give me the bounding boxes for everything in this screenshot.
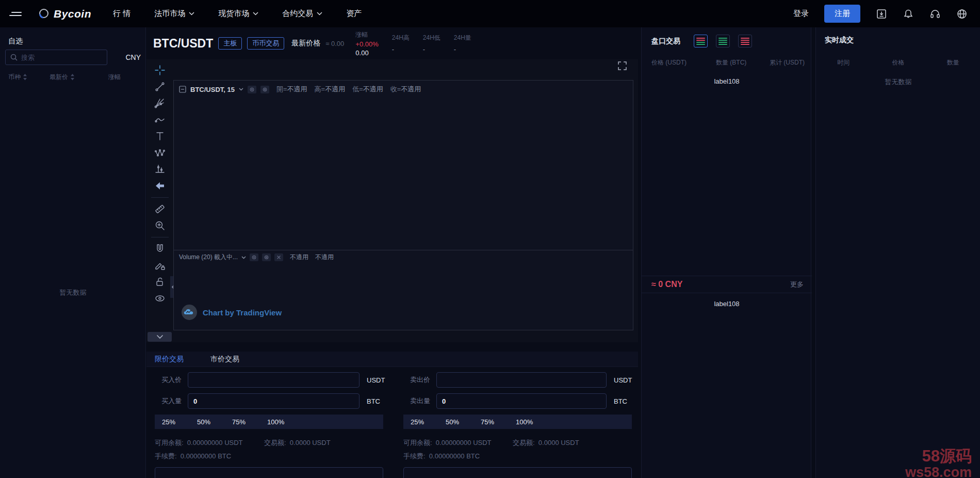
tab-limit-order[interactable]: 限价交易 xyxy=(155,355,184,364)
nav-item-contract[interactable]: 合约交易 xyxy=(282,9,322,19)
text-icon[interactable] xyxy=(151,129,169,144)
lock-icon[interactable] xyxy=(151,274,169,290)
zoom-in-icon[interactable] xyxy=(151,218,169,233)
register-button[interactable]: 注册 xyxy=(824,5,860,23)
fullscreen-icon[interactable] xyxy=(618,61,627,72)
sell-percent-75[interactable]: 75% xyxy=(473,418,509,426)
volume-value: 不適用 xyxy=(315,253,334,262)
settings-icon[interactable] xyxy=(260,86,269,93)
login-link[interactable]: 登录 xyxy=(793,9,809,19)
orderbook-view-switch xyxy=(694,35,752,47)
sell-fee: 0.00000000 BTC xyxy=(429,452,480,460)
last-price-value: ≈ 0.00 xyxy=(325,40,344,47)
buy-amount-label: 买入量 xyxy=(155,396,182,406)
draw-lock-icon[interactable] xyxy=(151,258,169,273)
nav-item-spot[interactable]: 现货市场 xyxy=(218,9,258,19)
trendline-icon[interactable] xyxy=(151,79,169,94)
orderbook-panel: 盘口交易 价格 (USDT) 数量 (BTC) 累计 (USDT) label1… xyxy=(641,27,811,478)
pane-divider[interactable] xyxy=(174,250,633,250)
volume-label[interactable]: Volume (20) 載入中... xyxy=(179,253,238,262)
watchlist-title: 自选 xyxy=(8,37,23,46)
currency-selector[interactable]: CNY xyxy=(125,53,141,61)
eye-icon[interactable] xyxy=(248,86,256,93)
asks-placeholder: label108 xyxy=(642,77,812,85)
change-percent: +0.00% xyxy=(355,40,378,48)
top-navbar: Bycoin 行 情 法币市场 现货市场 合约交易 资产 登录 注册 xyxy=(0,0,980,27)
nav-item-market[interactable]: 行 情 xyxy=(113,9,130,19)
buy-available: 0.00000000 USDT xyxy=(187,439,243,447)
tradingview-attribution[interactable]: Chart by TradingView xyxy=(181,304,282,321)
more-link[interactable]: 更多 xyxy=(790,280,804,289)
buy-submit-area[interactable] xyxy=(155,467,383,478)
chevron-down-icon[interactable] xyxy=(239,88,243,91)
view-asks-icon[interactable] xyxy=(738,35,752,47)
forecast-icon[interactable] xyxy=(151,162,169,177)
buy-percent-25[interactable]: 25% xyxy=(155,418,190,426)
stat-24h-volume: 24H量- xyxy=(454,34,471,53)
market-type-badge: 币币交易 xyxy=(247,37,284,50)
sell-form: 卖出价 USDT 卖出量 BTC 25% 50% 75% 100% 可用余额: … xyxy=(403,372,636,478)
buy-percent-100[interactable]: 100% xyxy=(260,418,295,426)
brush-icon[interactable] xyxy=(151,112,169,128)
main-menu: 行 情 法币市场 现货市场 合约交易 资产 xyxy=(113,9,385,19)
sell-percent-50[interactable]: 50% xyxy=(438,418,473,426)
logo[interactable]: Bycoin xyxy=(37,7,91,21)
chevron-down-icon xyxy=(156,334,164,339)
buy-price-label: 买入价 xyxy=(155,375,182,385)
ruler-icon[interactable] xyxy=(151,201,169,217)
sell-percent-100[interactable]: 100% xyxy=(509,418,544,426)
download-icon[interactable] xyxy=(876,8,887,20)
nav-item-assets[interactable]: 资产 xyxy=(346,9,362,19)
settings-icon[interactable] xyxy=(262,253,271,261)
ohlc-close: 收=不適用 xyxy=(390,85,421,94)
buy-percent-50[interactable]: 50% xyxy=(190,418,225,426)
toolbar-collapse-button[interactable] xyxy=(148,332,172,342)
sell-amount-input[interactable] xyxy=(436,393,607,409)
globe-icon[interactable] xyxy=(956,8,968,20)
collapse-pane-icon[interactable] xyxy=(179,86,186,93)
sell-price-input[interactable] xyxy=(436,372,607,388)
pattern-icon[interactable] xyxy=(151,145,169,161)
chart-legend: BTC/USDT, 15 開=不適用 高=不適用 低=不適用 收=不適用 xyxy=(179,85,421,94)
sell-submit-area[interactable] xyxy=(403,467,632,478)
bids-placeholder: label108 xyxy=(642,300,812,308)
view-both-icon[interactable] xyxy=(694,35,708,47)
toolbar-divider xyxy=(151,237,169,237)
gann-lines-icon[interactable] xyxy=(151,95,169,111)
buy-price-unit: USDT xyxy=(367,376,389,384)
view-bids-icon[interactable] xyxy=(716,35,730,47)
last-price-label: 最新价格 xyxy=(291,39,320,48)
nav-item-fiat[interactable]: 法币市场 xyxy=(154,9,194,19)
magnet-icon[interactable] xyxy=(151,241,169,257)
menu-icon[interactable] xyxy=(7,8,24,20)
logo-text: Bycoin xyxy=(54,8,91,20)
change-stat: 涨幅 +0.00% 0.00 xyxy=(355,29,378,57)
orderbook-price-row: ≈ 0 CNY 更多 xyxy=(642,276,812,293)
buy-percent-75[interactable]: 75% xyxy=(225,418,260,426)
chevron-down-icon[interactable] xyxy=(241,256,246,259)
eye-icon[interactable] xyxy=(250,253,258,261)
change-value: 0.00 xyxy=(355,49,378,57)
buy-price-input[interactable] xyxy=(188,372,360,388)
bell-icon[interactable] xyxy=(903,8,914,20)
eye-icon[interactable] xyxy=(151,291,169,306)
buy-total: 0.0000 USDT xyxy=(290,439,331,447)
sell-price-label: 卖出价 xyxy=(403,375,430,385)
arrow-left-icon[interactable] xyxy=(151,178,169,194)
watchlist-sidebar: 自选 CNY 币种 最新价 涨幅 暂无数据 xyxy=(0,27,146,478)
logo-icon xyxy=(37,7,51,21)
tab-market-order[interactable]: 市价交易 xyxy=(210,355,239,364)
crosshair-icon[interactable] xyxy=(151,62,169,78)
column-last-price[interactable]: 最新价 xyxy=(50,73,75,82)
close-icon[interactable] xyxy=(274,253,283,261)
main-panel: BTC/USDT 主板 币币交易 最新价格 ≈ 0.00 涨幅 +0.00% 0… xyxy=(146,27,638,478)
column-coin[interactable]: 币种 xyxy=(8,73,27,82)
sell-total: 0.0000 USDT xyxy=(538,439,579,447)
search-input[interactable] xyxy=(5,50,107,65)
sell-percent-25[interactable]: 25% xyxy=(403,418,438,426)
chart-canvas[interactable]: BTC/USDT, 15 開=不適用 高=不適用 低=不適用 收=不適用 Vol… xyxy=(173,80,633,330)
headset-icon[interactable] xyxy=(929,8,941,20)
chart-symbol[interactable]: BTC/USDT, 15 xyxy=(190,86,235,93)
buy-amount-input[interactable] xyxy=(188,393,360,409)
buy-form: 买入价 USDT 买入量 BTC 25% 50% 75% 100% 可用余额: … xyxy=(155,372,389,478)
